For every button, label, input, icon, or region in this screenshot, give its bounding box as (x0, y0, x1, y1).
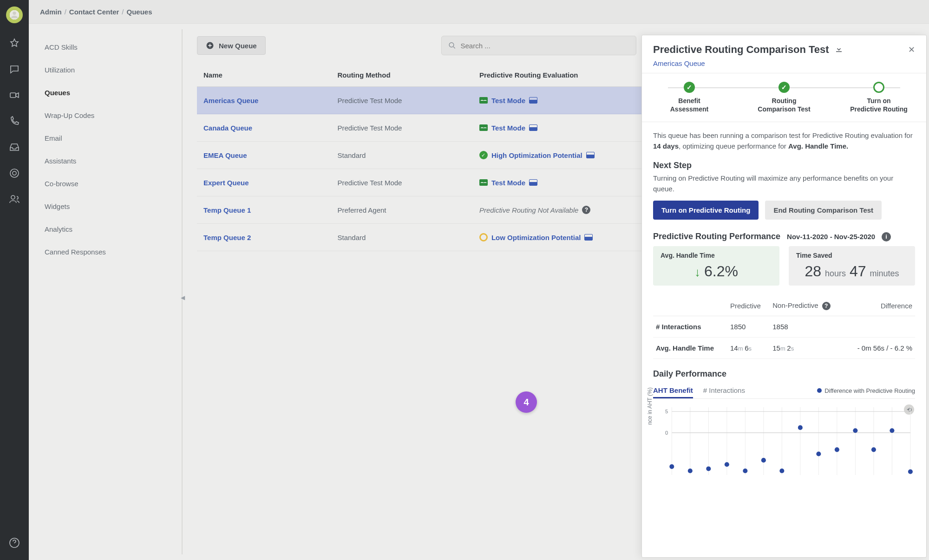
next-step-body: Turning on Predictive Routing will maxim… (653, 173, 915, 194)
users-icon[interactable] (8, 193, 20, 205)
breadcrumb-sep: / (122, 8, 124, 16)
routing-method: Standard (331, 142, 472, 169)
routing-method: Preferred Agent (331, 196, 472, 224)
sidebar-item-acd-skills[interactable]: ACD Skills (34, 36, 182, 59)
avatar[interactable] (6, 7, 23, 23)
svg-point-33 (798, 425, 803, 430)
star-icon[interactable] (8, 37, 20, 49)
svg-point-37 (871, 448, 876, 452)
breadcrumb-mid[interactable]: Contact Center (69, 8, 119, 16)
col-name[interactable]: Name (197, 64, 331, 87)
tab-interactions[interactable]: # Interactions (703, 384, 745, 397)
collapse-caret-icon[interactable]: ◀ (179, 292, 186, 304)
phone-icon[interactable] (8, 115, 20, 127)
stats-pred: 1850 (727, 316, 770, 338)
arrow-down-icon: ↓ (694, 265, 700, 280)
end-comparison-button[interactable]: End Routing Comparison Test (765, 201, 882, 220)
col-routing[interactable]: Routing Method (331, 64, 472, 87)
chart-area: ⟲ nce in AHT (%) 05 (653, 403, 915, 477)
stats-h1: Predictive (727, 296, 770, 316)
chat-icon[interactable] (8, 63, 20, 75)
search-box[interactable] (441, 36, 636, 55)
new-queue-button[interactable]: New Queue (197, 36, 266, 55)
chart-icon[interactable] (529, 179, 537, 186)
inbox-icon[interactable] (8, 141, 20, 153)
queue-name-link[interactable]: EMEA Queue (203, 151, 247, 159)
kpi-timesaved: Time Saved 28 hours 47 minutes (789, 246, 915, 286)
svg-point-2 (10, 169, 19, 177)
tab-aht[interactable]: AHT Benefit (653, 384, 693, 398)
kpi-aht-value: 6.2% (704, 263, 738, 280)
sidebar-item-analytics[interactable]: Analytics (34, 218, 182, 241)
help-icon[interactable] (8, 537, 20, 549)
queue-name-link[interactable]: Temp Queue 1 (203, 206, 251, 214)
sidebar-item-queues[interactable]: Queues (34, 81, 182, 104)
test-mode-icon (479, 97, 488, 104)
breadcrumb-sep: / (65, 8, 66, 16)
sidebar-item-email[interactable]: Email (34, 127, 182, 150)
annotation-bubble: 4 (516, 391, 537, 413)
target-icon[interactable] (8, 167, 20, 179)
chart-icon[interactable] (584, 234, 593, 241)
chart-icon[interactable] (586, 152, 595, 158)
chart-svg: 05 (653, 403, 915, 477)
routing-method: Predictive Test Mode (331, 169, 472, 196)
step-label: RoutingComparison Test (758, 97, 810, 113)
chart-icon[interactable] (529, 97, 537, 104)
search-input[interactable] (460, 42, 629, 50)
video-icon[interactable] (8, 89, 20, 101)
perf-header: Predictive Routing Performance Nov-11-20… (653, 232, 915, 241)
sidebar-item-utilization[interactable]: Utilization (34, 59, 182, 81)
sidebar-item-wrapup[interactable]: Wrap-Up Codes (34, 104, 182, 127)
stats-h0 (653, 296, 727, 316)
kpi-row: Avg. Handle Time ↓ 6.2% Time Saved 28 ho… (653, 246, 915, 286)
routing-method: Predictive Test Mode (331, 87, 472, 114)
turn-on-routing-button[interactable]: Turn on Predictive Routing (653, 201, 759, 220)
help-icon[interactable]: ? (582, 206, 590, 214)
eval-link[interactable]: High Optimization Potential (491, 151, 582, 159)
stats-nonpred: 1858 (770, 316, 844, 338)
kpi-aht-label: Avg. Handle Time (661, 252, 772, 259)
queue-name-link[interactable]: Canada Queue (203, 124, 252, 132)
breadcrumb: Admin / Contact Center / Queues (29, 0, 929, 23)
svg-point-4 (11, 195, 15, 199)
breadcrumb-root[interactable]: Admin (40, 8, 62, 16)
sidebar-item-widgets[interactable]: Widgets (34, 195, 182, 218)
daily-perf: Daily Performance AHT Benefit # Interact… (653, 369, 915, 477)
queue-name-link[interactable]: Temp Queue 2 (203, 234, 251, 241)
svg-text:5: 5 (665, 409, 668, 415)
stats-row-label: Avg. Handle Time (653, 338, 727, 359)
eval-link[interactable]: Test Mode (491, 97, 525, 104)
sidebar-item-canned[interactable]: Canned Responses (34, 241, 182, 263)
side-panel: Predictive Routing Comparison Test ✕ Ame… (641, 35, 927, 558)
breadcrumb-leaf: Queues (127, 8, 152, 16)
svg-text:0: 0 (665, 430, 668, 436)
side-panel-header: Predictive Routing Comparison Test ✕ (642, 35, 926, 59)
panel-queue-link-a[interactable]: Americas Queue (653, 59, 705, 67)
kpi-min: 47 (850, 263, 866, 280)
daily-perf-title: Daily Performance (653, 369, 915, 379)
eval-link[interactable]: Test Mode (491, 124, 525, 132)
help-icon[interactable]: ? (822, 302, 831, 310)
close-icon[interactable]: ✕ (908, 45, 915, 55)
step-comparison: ✓ RoutingComparison Test (745, 82, 824, 113)
chart-ylabel: nce in AHT (%) (647, 388, 653, 425)
queue-name-link[interactable]: Expert Queue (203, 179, 249, 187)
next-step-head: Next Step (653, 161, 915, 170)
eval-link[interactable]: Low Optimization Potential (491, 234, 581, 241)
svg-point-28 (706, 467, 711, 471)
stats-table: Predictive Non-Predictive ? Difference #… (653, 296, 915, 359)
queue-name-link[interactable]: Americas Queue (203, 97, 258, 104)
svg-point-31 (761, 458, 766, 462)
info-icon[interactable]: i (882, 232, 891, 241)
chart-icon[interactable] (529, 124, 537, 131)
kpi-hours-u: hours (825, 269, 846, 279)
sidebar-item-assistants[interactable]: Assistants (34, 150, 182, 172)
plus-circle-icon (206, 41, 214, 50)
chart-legend: Difference with Predictive Routing (817, 387, 915, 394)
step-dot-ring-icon (873, 82, 884, 93)
tab-strip: AHT Benefit # Interactions Difference wi… (653, 384, 915, 399)
eval-link[interactable]: Test Mode (491, 179, 525, 187)
sidebar-item-cobrowse[interactable]: Co-browse (34, 172, 182, 195)
download-icon[interactable] (835, 45, 843, 55)
